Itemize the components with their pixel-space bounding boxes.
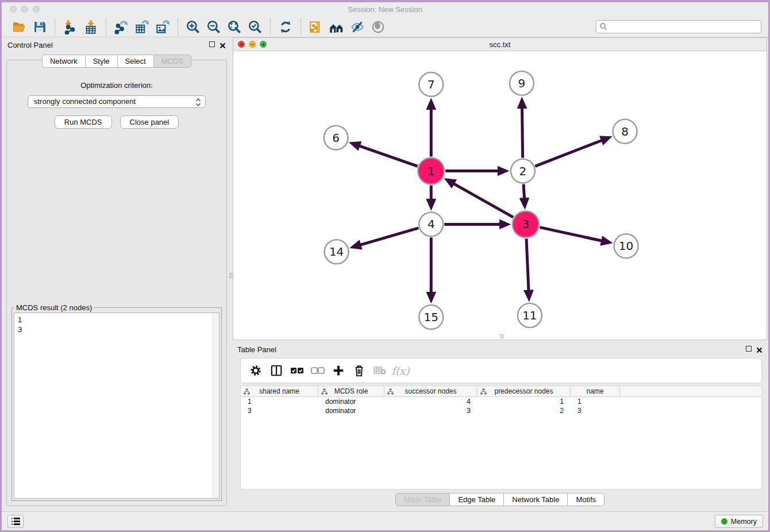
search-icon: [599, 22, 607, 33]
mcds-result-line: 3: [18, 325, 215, 334]
delete-table-icon[interactable]: [369, 362, 390, 379]
network-window-title: scc.txt: [233, 40, 767, 49]
toolbar-separator: [301, 18, 301, 36]
tab-edge-table[interactable]: Edge Table: [450, 493, 504, 506]
mcds-result-line: 1: [18, 315, 215, 325]
tab-motifs[interactable]: Motifs: [568, 493, 605, 506]
graph-edge-3-11[interactable]: [526, 238, 529, 291]
search-box: [596, 20, 761, 33]
main-toolbar: [2, 17, 768, 37]
application-window: Session: New Session: [2, 2, 768, 530]
close-table-panel-icon[interactable]: [756, 345, 763, 352]
memory-status-icon: [721, 518, 727, 525]
toolbar-separator: [55, 18, 55, 36]
status-bar: Memory: [2, 511, 768, 530]
export-image-icon[interactable]: [154, 19, 171, 35]
unselect-all-columns-icon[interactable]: [307, 362, 328, 379]
open-session-icon[interactable]: [10, 19, 28, 35]
toolbar-separator: [106, 18, 106, 36]
table-row[interactable]: 3 dominator 3 2 3: [241, 406, 761, 415]
graph-edge-3-1[interactable]: [453, 184, 513, 217]
zoom-selected-icon[interactable]: [247, 19, 264, 35]
toolbar-separator: [270, 18, 271, 36]
memory-button[interactable]: Memory: [715, 515, 763, 528]
graph-edge-2-8[interactable]: [535, 140, 602, 166]
refresh-icon[interactable]: [277, 19, 294, 35]
table-panel-title: Table Panel: [237, 345, 276, 354]
graph-edge-4-14[interactable]: [360, 228, 418, 245]
settings-gear-icon[interactable]: [245, 362, 266, 379]
graph-node-label-15: 15: [424, 310, 438, 324]
mcds-result-textarea[interactable]: 1 3: [14, 313, 220, 499]
table-toolbar: f(x): [240, 358, 762, 383]
eye-icon[interactable]: [369, 19, 387, 35]
graph-node-label-6: 6: [332, 131, 340, 145]
close-panel-icon[interactable]: [220, 41, 226, 47]
float-panel-icon[interactable]: [209, 41, 215, 47]
mcds-result-title: MCDS result (2 nodes): [14, 303, 94, 312]
graph-node-label-3: 3: [522, 217, 530, 231]
first-neighbors-icon[interactable]: [328, 19, 345, 35]
graph-edge-2-9[interactable]: [522, 108, 523, 158]
tab-network-table[interactable]: Network Table: [504, 493, 568, 506]
graph-node-label-8: 8: [621, 125, 629, 138]
criterion-dropdown[interactable]: strongly connected component: [28, 95, 206, 108]
show-task-history-button[interactable]: [7, 515, 24, 528]
table-row[interactable]: 1 dominator 4 1 1: [241, 397, 761, 406]
zoom-out-icon[interactable]: [205, 19, 222, 35]
function-builder-icon[interactable]: f(x): [390, 362, 411, 379]
graph-edge-3-10[interactable]: [540, 228, 602, 241]
tab-mcds[interactable]: MCDS: [154, 55, 191, 68]
delete-column-icon[interactable]: [349, 362, 369, 379]
window-titlebar: Session: New Session: [2, 2, 768, 17]
graph-node-label-10: 10: [619, 239, 633, 253]
column-header-mcds-role[interactable]: MCDS role: [318, 386, 384, 396]
export-network-icon[interactable]: [113, 19, 130, 35]
import-table-icon[interactable]: [82, 19, 99, 35]
zoom-fit-icon[interactable]: [226, 19, 243, 35]
window-title: Session: New Session: [2, 5, 768, 14]
search-input[interactable]: [596, 20, 761, 33]
add-column-icon[interactable]: [328, 362, 349, 379]
zoom-in-icon[interactable]: [184, 19, 202, 35]
table-panel-tabs: Node Table Edge Table Network Table Moti…: [233, 493, 767, 506]
tab-network[interactable]: Network: [42, 55, 86, 68]
graph-node-label-11: 11: [522, 309, 537, 322]
graph-edge-2-3[interactable]: [523, 184, 524, 199]
tab-select[interactable]: Select: [118, 55, 154, 68]
import-network-icon[interactable]: [61, 19, 79, 35]
control-panel: Control Panel Network Style Select MCDS …: [3, 37, 230, 508]
close-panel-button[interactable]: Close panel: [120, 115, 179, 129]
node-table: shared name MCDS role successor nodes pr…: [240, 385, 762, 489]
export-table-icon[interactable]: [133, 19, 151, 35]
result-scrollbar[interactable]: [213, 313, 219, 498]
column-header-name[interactable]: name: [571, 386, 620, 396]
mcds-tab-content: Optimization criterion: strongly connect…: [6, 60, 227, 506]
tab-style[interactable]: Style: [86, 55, 118, 68]
graph-node-label-7: 7: [428, 78, 435, 91]
new-network-from-selection-icon[interactable]: [307, 19, 325, 35]
criterion-dropdown-value: strongly connected component: [34, 97, 136, 106]
graph-node-label-9: 9: [518, 76, 526, 90]
network-canvas[interactable]: 7968124314101511: [233, 51, 767, 340]
graph-node-label-14: 14: [329, 245, 344, 259]
optimization-criterion-label: Optimization criterion:: [7, 81, 226, 90]
control-panel-title: Control Panel: [7, 41, 53, 49]
canvas-resize-handle[interactable]: [500, 334, 504, 338]
table-panel-header: Table Panel: [233, 342, 767, 357]
float-table-panel-icon[interactable]: [746, 346, 752, 352]
show-hide-graphics-details-icon[interactable]: [349, 19, 366, 35]
show-column-panel-icon[interactable]: [266, 362, 287, 379]
select-all-columns-icon[interactable]: [287, 362, 307, 379]
column-header-shared-name[interactable]: shared name: [241, 386, 318, 396]
network-window-titlebar: scc.txt: [233, 38, 767, 51]
save-session-icon[interactable]: [31, 19, 48, 35]
graph-edge-1-6[interactable]: [359, 146, 418, 167]
graph-node-label-2: 2: [519, 164, 527, 178]
control-panel-header: Control Panel: [3, 37, 230, 52]
mcds-result-groupbox: MCDS result (2 nodes) 1 3: [11, 307, 222, 501]
tab-node-table[interactable]: Node Table: [395, 493, 451, 506]
column-header-predecessor-nodes[interactable]: predecessor nodes: [478, 386, 571, 396]
run-mcds-button[interactable]: Run MCDS: [55, 115, 112, 129]
column-header-successor-nodes[interactable]: successor nodes: [384, 386, 478, 396]
